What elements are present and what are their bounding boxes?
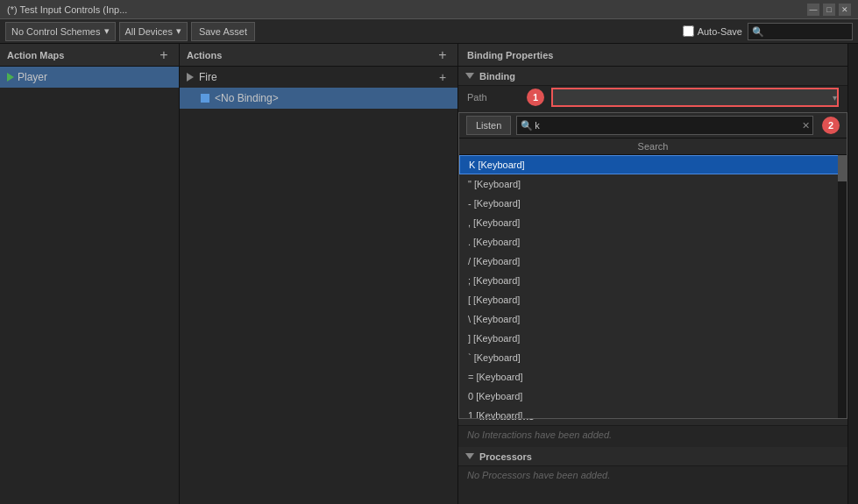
path-input[interactable] — [551, 88, 839, 107]
dropdown-search-input[interactable] — [516, 116, 813, 135]
no-interactions-text: No Interactions have been added. — [458, 426, 847, 444]
dropdown-item-6[interactable]: ; [Keyboard] — [459, 271, 847, 290]
action-map-item-player[interactable]: Player — [0, 67, 179, 88]
action-item-binding-label: <No Binding> — [215, 92, 279, 104]
window-title: (*) Test Input Controls (Inp... — [7, 4, 807, 15]
toolbar-search-input[interactable] — [748, 23, 853, 40]
save-asset-button[interactable]: Save Asset — [191, 22, 255, 41]
dropdown-item-4[interactable]: . [Keyboard] — [459, 232, 847, 252]
add-action-button[interactable]: + — [435, 47, 450, 63]
dropdown-item-1[interactable]: " [Keyboard] — [459, 174, 847, 194]
no-control-schemes-label: No Control Schemes — [11, 26, 101, 37]
actions-list: Fire + <No Binding> — [180, 67, 457, 286]
action-maps-list: Player — [0, 67, 179, 286]
no-processors-text: No Processors have been added. — [458, 466, 847, 484]
dropdown-scrollbar[interactable] — [838, 155, 847, 418]
close-button[interactable]: ✕ — [839, 4, 851, 16]
dropdown-item-0[interactable]: K [Keyboard] — [459, 155, 847, 174]
binding-square-icon — [201, 94, 209, 103]
action-map-item-label: Player — [18, 71, 47, 83]
all-devices-dropdown[interactable]: All Devices ▾ — [119, 22, 188, 41]
add-action-map-button[interactable]: + — [156, 47, 172, 63]
binding-triangle-icon — [465, 73, 474, 79]
scrollbar-thumb[interactable] — [838, 155, 847, 181]
fire-triangle-icon — [187, 73, 194, 82]
auto-save-checkbox[interactable] — [683, 25, 694, 37]
clear-search-button[interactable]: ✕ — [802, 120, 810, 131]
auto-save-label: Auto-Save — [698, 26, 742, 37]
binding-section-header: Binding — [458, 67, 847, 86]
processors-section-label: Processors — [479, 451, 532, 462]
dropdown-item-7[interactable]: [ [Keyboard] — [459, 290, 847, 309]
dropdown-item-11[interactable]: = [Keyboard] — [459, 367, 847, 387]
dropdown-item-13[interactable]: 1 [Keyboard] — [459, 406, 847, 418]
path-row: Path 1 ▾ — [458, 86, 847, 109]
step-1-badge: 1 — [527, 89, 544, 106]
dropdown-item-10[interactable]: ` [Keyboard] — [459, 348, 847, 367]
main-area: Action Maps + Player Actions + Fire + — [0, 44, 858, 504]
dropdown-item-3[interactable]: , [Keyboard] — [459, 213, 847, 232]
dropdown-item-2[interactable]: - [Keyboard] — [459, 194, 847, 213]
path-input-container: ▾ — [551, 88, 839, 107]
path-dropdown-container: Listen 🔍 ✕ 2 Search K [Keyboard] " [Keyb… — [458, 112, 847, 419]
action-item-no-binding[interactable]: <No Binding> — [180, 88, 457, 109]
auto-save-checkbox-label[interactable]: Auto-Save — [683, 25, 742, 37]
add-binding-button[interactable]: + — [435, 69, 450, 85]
dropdown-item-12[interactable]: 0 [Keyboard] — [459, 387, 847, 406]
listen-button[interactable]: Listen — [466, 116, 511, 135]
maximize-button[interactable]: □ — [823, 4, 835, 16]
player-triangle-icon — [7, 73, 14, 82]
dropdown-item-8[interactable]: \ [Keyboard] — [459, 309, 847, 329]
processors-section-header: Processors — [458, 447, 847, 466]
all-devices-label: All Devices — [125, 26, 173, 37]
action-maps-header: Action Maps + — [0, 44, 179, 67]
dropdown-item-5[interactable]: / [Keyboard] — [459, 252, 847, 271]
dropdown-items-list: K [Keyboard] " [Keyboard] - [Keyboard] ,… — [459, 155, 847, 418]
action-item-fire[interactable]: Fire + — [180, 67, 457, 88]
dropdown-arrow-icon: ▾ — [176, 25, 181, 37]
action-item-fire-label: Fire — [199, 71, 217, 83]
dropdown-item-9[interactable]: ] [Keyboard] — [459, 329, 847, 348]
actions-panel: Actions + Fire + <No Binding> — [180, 44, 458, 504]
actions-header: Actions + — [180, 44, 457, 67]
binding-panel-header: Binding Properties — [458, 44, 847, 67]
right-panel — [847, 44, 858, 504]
binding-panel-title: Binding Properties — [467, 50, 553, 60]
toolbar: No Control Schemes ▾ All Devices ▾ Save … — [0, 19, 858, 44]
processors-section: Processors No Processors have been added… — [458, 447, 847, 484]
binding-section-label: Binding — [479, 71, 515, 82]
dropdown-arrow-icon: ▾ — [104, 25, 110, 37]
window-controls: — □ ✕ — [807, 4, 851, 16]
minimize-button[interactable]: — — [807, 4, 819, 16]
step-2-badge: 2 — [822, 117, 840, 134]
auto-save-area: Auto-Save — [683, 23, 853, 40]
binding-properties-panel: Binding Properties Binding Path 1 ▾ List… — [458, 44, 847, 504]
actions-label: Actions — [187, 50, 222, 60]
title-bar: (*) Test Input Controls (Inp... — □ ✕ — [0, 0, 858, 19]
action-maps-panel: Action Maps + Player — [0, 44, 180, 504]
no-control-schemes-dropdown[interactable]: No Control Schemes ▾ — [5, 22, 116, 41]
path-label: Path — [467, 92, 520, 103]
processors-triangle-icon — [465, 453, 474, 459]
dropdown-search-header: Search — [459, 138, 847, 155]
action-maps-label: Action Maps — [7, 50, 64, 60]
